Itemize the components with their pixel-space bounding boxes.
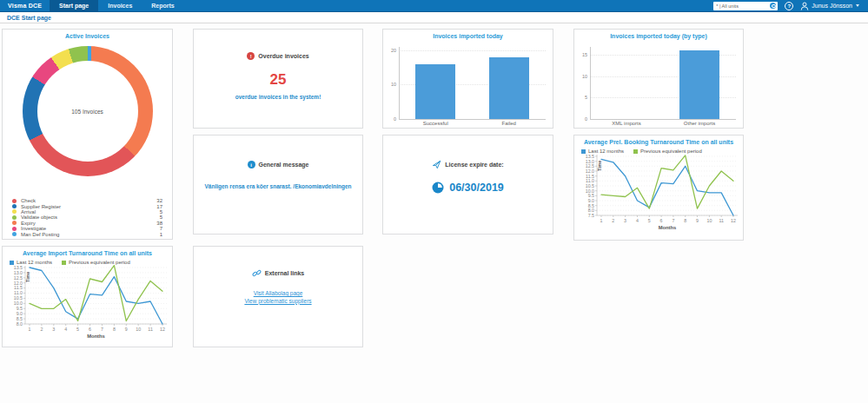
card-active-invoices: Active Invoices 105 Invoices Check 32 Su… bbox=[2, 29, 173, 240]
legend-color-dot bbox=[12, 227, 17, 231]
x-axis-tick: 7 bbox=[672, 218, 674, 223]
legend-label: Investigate bbox=[21, 226, 160, 231]
overdue-message: overdue invoices in the system! bbox=[194, 94, 362, 100]
y-axis-tick: 10.0 bbox=[586, 188, 594, 194]
x-axis-category: Failed bbox=[479, 121, 540, 126]
x-axis-tick: 9 bbox=[125, 327, 128, 332]
y-axis-tick: 10.0 bbox=[14, 301, 23, 306]
legend-item: Supplier Register 17 bbox=[12, 203, 162, 208]
x-axis-tick: 10 bbox=[136, 327, 141, 332]
x-axis-tick: 5 bbox=[648, 218, 651, 223]
legend-label: Expiry bbox=[21, 221, 156, 226]
y-axis-tick: 8.5 bbox=[17, 316, 23, 321]
bar-other-imports bbox=[679, 50, 719, 119]
imported-by-type-bar-chart: 051015XML importsOther imports bbox=[574, 30, 743, 128]
y-axis-tick: 11.0 bbox=[14, 290, 23, 295]
y-axis-tick: 13.5 bbox=[14, 265, 23, 270]
y-axis-tick: 9.0 bbox=[17, 311, 23, 316]
legend-value: 17 bbox=[156, 204, 162, 209]
link-problematic-suppliers[interactable]: View problematic suppliers bbox=[194, 298, 362, 306]
link-icon bbox=[252, 268, 262, 278]
legend-color-swatch bbox=[581, 149, 586, 154]
active-invoices-donut-chart: 105 Invoices bbox=[23, 46, 153, 176]
top-navbar: Visma DCE Start pageInvoicesReports * | … bbox=[0, 0, 868, 12]
legend-label: Validate objects bbox=[21, 215, 160, 220]
y-axis-tick: 11.5 bbox=[14, 285, 23, 290]
card-import-turnaround: Average Import Turnaround Time on all un… bbox=[2, 246, 173, 347]
overdue-count: 25 bbox=[194, 71, 362, 89]
legend-color-swatch bbox=[10, 261, 14, 265]
y-axis-tick: 13.0 bbox=[586, 159, 594, 164]
y-axis-tick: 13.5 bbox=[586, 154, 594, 159]
bar-successful bbox=[415, 64, 455, 119]
donut-legend: Check 32 Supplier Register 17 Arrival 5 … bbox=[3, 198, 172, 237]
user-menu[interactable]: Junus Jönsson bbox=[800, 2, 859, 10]
link-allabolag[interactable]: Visit Allabolag page bbox=[194, 290, 362, 298]
x-axis-category: XML imports bbox=[596, 121, 657, 126]
x-axis-tick: 4 bbox=[64, 327, 67, 332]
imported-today-bar-chart: 01020SuccessfulFailed bbox=[383, 30, 553, 128]
y-axis-tick: 12.0 bbox=[586, 168, 594, 174]
y-axis-tick: 8.0 bbox=[588, 208, 594, 213]
app-brand[interactable]: Visma DCE bbox=[0, 0, 50, 11]
y-axis-tick: 13.0 bbox=[14, 270, 23, 275]
legend-value: 38 bbox=[156, 221, 162, 226]
nav-item-start-page[interactable]: Start page bbox=[50, 0, 98, 11]
x-axis-tick: 6 bbox=[89, 327, 91, 332]
search-icon[interactable] bbox=[770, 3, 776, 9]
legend-value: 1 bbox=[160, 232, 162, 237]
legend-value: 5 bbox=[160, 215, 162, 220]
y-axis bbox=[399, 47, 400, 119]
y-axis-tick: 12.5 bbox=[14, 275, 23, 281]
y-axis-tick: 9.5 bbox=[17, 306, 23, 311]
legend-label: Supplier Register bbox=[21, 204, 156, 209]
legend-color-dot bbox=[12, 204, 17, 208]
user-name: Junus Jönsson bbox=[812, 3, 852, 9]
legend-value: 5 bbox=[160, 209, 162, 215]
legend-item: Validate objects 5 bbox=[12, 215, 162, 220]
breadcrumb-bar: DCE Start page bbox=[0, 12, 868, 23]
unit-selector-value: * | All units bbox=[716, 3, 770, 9]
legend-item: Arrival 5 bbox=[12, 209, 162, 215]
x-axis-tick: 9 bbox=[696, 218, 699, 223]
chevron-down-icon bbox=[856, 4, 859, 7]
x-axis-tick: 11 bbox=[148, 327, 153, 332]
nav-item-reports[interactable]: Reports bbox=[142, 0, 183, 11]
x-axis-tick: 2 bbox=[40, 327, 43, 332]
y-axis-tick: 10 bbox=[575, 74, 587, 79]
overdue-title: Overdue invoices bbox=[258, 53, 308, 59]
card-title: Average Prel. Booking Turnaround Time on… bbox=[574, 135, 743, 145]
breadcrumb[interactable]: DCE Start page bbox=[7, 15, 51, 21]
info-icon: i bbox=[248, 161, 255, 168]
legend-label: Arrival bbox=[21, 209, 160, 215]
x-axis-tick: 1 bbox=[600, 218, 603, 223]
dashboard: Active Invoices 105 Invoices Check 32 Su… bbox=[0, 23, 868, 402]
legend-color-dot bbox=[12, 199, 17, 203]
y-axis-tick: 10 bbox=[384, 82, 396, 87]
y-axis-tick: 10.5 bbox=[586, 183, 594, 188]
help-icon[interactable]: ? bbox=[785, 2, 793, 10]
x-axis-label: Months bbox=[659, 225, 677, 230]
donut-hole: 105 Invoices bbox=[37, 61, 138, 162]
unit-selector[interactable]: * | All units bbox=[713, 2, 778, 10]
y-axis-tick: 9.5 bbox=[588, 193, 594, 198]
y-axis-tick: 15 bbox=[575, 52, 587, 57]
legend-label: Check bbox=[21, 198, 156, 203]
x-axis-category: Successful bbox=[405, 121, 466, 126]
card-overdue-invoices: ! Overdue invoices 25 overdue invoices i… bbox=[193, 29, 363, 129]
legend-label: Previous equivalent period bbox=[69, 260, 130, 265]
license-title: License expire date: bbox=[445, 162, 503, 168]
paper-plane-icon bbox=[432, 160, 441, 169]
legend-label: Previous equivalent period bbox=[640, 149, 702, 154]
x-axis-tick: 8 bbox=[684, 218, 686, 223]
y-axis-tick: 0 bbox=[384, 116, 396, 122]
legend-color-swatch bbox=[62, 261, 66, 265]
nav-item-invoices[interactable]: Invoices bbox=[98, 0, 142, 11]
navbar-right: * | All units ? Junus Jönsson bbox=[713, 0, 868, 11]
x-axis-tick: 11 bbox=[719, 218, 724, 223]
x-axis bbox=[590, 119, 736, 120]
x-axis-tick: 8 bbox=[113, 327, 116, 332]
card-invoices-imported-by-type: Invoices imported today (by type) 051015… bbox=[573, 29, 744, 129]
card-general-message: i General message Vänligen rensa era köe… bbox=[193, 135, 363, 235]
y-axis-label: Time bbox=[597, 161, 602, 171]
